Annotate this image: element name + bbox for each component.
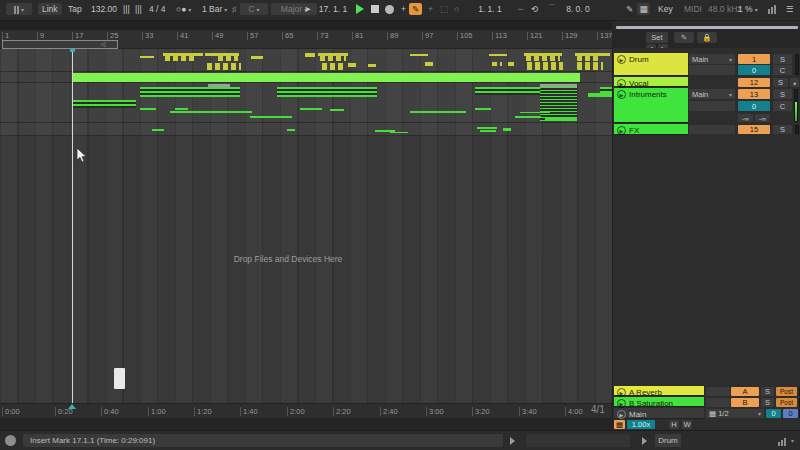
instruments-meter	[794, 89, 798, 122]
return-a-solo[interactable]: S	[761, 387, 774, 396]
main-track-header[interactable]: ▶Main	[614, 408, 704, 419]
quantize-menu[interactable]: 1 Bar▾	[198, 3, 231, 15]
instruments-sub-routing[interactable]	[689, 101, 735, 111]
track-header-instruments[interactable]: ▶Intruments	[614, 88, 688, 123]
return-b-solo[interactable]: S	[761, 398, 774, 407]
zoom-region-handle[interactable]: ◁	[2, 40, 118, 49]
nudge-up-button[interactable]: |||	[131, 3, 146, 15]
drum-track-number[interactable]: 1	[738, 54, 770, 64]
menu-button[interactable]: ☰	[782, 3, 798, 15]
main-pan[interactable]: 0	[766, 409, 781, 418]
drum-routing-menu[interactable]: Main▾	[689, 54, 735, 64]
optimize-width-button[interactable]: W	[682, 420, 692, 429]
instruments-send-a[interactable]: -∞	[738, 114, 753, 122]
expand-arrow-icon[interactable]	[510, 437, 515, 445]
playhead-triangle[interactable]	[68, 404, 76, 409]
track-header-drum[interactable]: ▶Drum	[614, 53, 688, 76]
time-ruler[interactable]: 0:000:200:401:001:201:402:002:202:403:00…	[0, 403, 612, 419]
arrangement-position-field[interactable]: 17. 1. 1	[314, 3, 352, 15]
chevron-down-icon[interactable]: ▾	[791, 437, 794, 444]
fx-track-number[interactable]: 15	[738, 125, 770, 134]
play-icon[interactable]: ▶	[617, 79, 626, 88]
unfold-icon[interactable]: ▶	[617, 90, 626, 99]
return-track-a[interactable]: ▶A Reverb	[614, 386, 704, 396]
return-a-number[interactable]: A	[731, 387, 759, 396]
return-track-b[interactable]: ▶B Saturation	[614, 397, 704, 407]
time-signature-field[interactable]: 4 / 4	[145, 3, 170, 15]
return-a-routing[interactable]	[706, 387, 730, 396]
drum-solo-button[interactable]: S	[773, 54, 792, 64]
cpu-meter[interactable]: 1 %▾	[734, 3, 762, 15]
play-icon[interactable]: ▶	[617, 126, 626, 135]
drum-pan[interactable]: C	[773, 65, 792, 75]
track-header-fx[interactable]: ▶FX	[614, 124, 688, 135]
vocal-solo-button[interactable]: S	[773, 78, 788, 87]
instruments-track-number[interactable]: 13	[738, 89, 770, 99]
zoom-amount[interactable]: 1.00x	[627, 420, 655, 429]
time-label: 3:00	[426, 407, 444, 416]
record-button[interactable]	[381, 3, 398, 15]
tap-tempo-button[interactable]: Tap	[64, 3, 86, 15]
play-icon[interactable]: ▶	[617, 410, 626, 419]
drum-volume[interactable]: 0	[738, 65, 770, 75]
return-a-post-toggle[interactable]: Post	[776, 387, 797, 396]
fx-solo-button[interactable]: S	[773, 125, 792, 134]
session-record-button[interactable]: ○	[450, 3, 463, 15]
bar-number: 9	[37, 32, 44, 40]
return-b-post-toggle[interactable]: Post	[776, 398, 797, 407]
dragged-clip-ghost[interactable]	[114, 368, 125, 389]
notification-icon[interactable]	[5, 435, 16, 446]
play-button[interactable]	[352, 3, 368, 15]
drum-sub-routing[interactable]	[689, 65, 735, 75]
draw-locator-button[interactable]: ✎	[674, 32, 694, 43]
tempo-field[interactable]: 132.00	[87, 3, 121, 15]
draw-mode-button[interactable]: ✎	[622, 3, 637, 15]
punch-in-button[interactable]: ∼	[513, 3, 528, 15]
midi-map-button[interactable]: MIDI	[680, 3, 706, 15]
optimize-height-button[interactable]: H	[669, 420, 679, 429]
track-header-vocal[interactable]: ▶Vocal	[614, 77, 688, 87]
vocal-track-number[interactable]: 12	[738, 78, 770, 87]
window-layout-button[interactable]: ▾	[6, 3, 32, 15]
follow-behavior-icon[interactable]: ▦	[614, 420, 625, 429]
instruments-routing-menu[interactable]: Main▾	[689, 89, 735, 99]
return-b-routing[interactable]	[706, 398, 730, 407]
set-locator-button[interactable]: Set	[646, 32, 668, 43]
automation-icon: ✎	[412, 4, 419, 14]
expand-arrow-icon[interactable]	[642, 437, 647, 445]
metronome-toggle[interactable]: ○●▾	[172, 3, 195, 15]
link-button[interactable]: Link	[38, 3, 62, 15]
vocal-arm-button[interactable]: ●	[790, 78, 799, 87]
instruments-volume[interactable]: 0	[738, 101, 770, 111]
unfold-icon[interactable]: ▶	[617, 55, 626, 64]
track-header-scrollbar[interactable]	[616, 26, 798, 29]
layout-icon	[14, 5, 19, 14]
scale-root-menu[interactable]: C▾	[240, 3, 268, 15]
selected-clip-name[interactable]: Drum	[655, 434, 681, 447]
follow-icon[interactable]: ➤	[300, 3, 315, 15]
stop-icon	[371, 5, 379, 13]
fold-button[interactable]: ▦	[637, 3, 650, 15]
instruments-solo-button[interactable]: S	[773, 89, 792, 99]
play-icon[interactable]: ▶	[617, 399, 626, 408]
bar-number: 25	[107, 32, 118, 40]
arrangement-area[interactable]: Drop Files and Devices Here	[0, 48, 612, 403]
ableton-live-window: ▾ Link Tap 132.00 ||| ||| 4 / 4 ○●▾ 1 Ba…	[0, 0, 800, 450]
main-grid-menu[interactable]: ▦ 1/2▾	[706, 409, 764, 418]
fx-routing[interactable]	[689, 125, 735, 134]
instruments-pan[interactable]: C	[773, 101, 792, 111]
loop-start-field[interactable]: 1. 1. 1	[470, 3, 510, 15]
key-map-button[interactable]: Key	[654, 3, 677, 15]
time-label: 2:40	[380, 407, 398, 416]
automation-arm-button[interactable]: ✎	[409, 3, 422, 15]
lock-button[interactable]: 🔒	[697, 32, 717, 43]
return-b-number[interactable]: B	[731, 398, 759, 407]
play-icon[interactable]: ▶	[617, 388, 626, 397]
instruments-send-b[interactable]: -∞	[755, 114, 770, 122]
loop-length-field[interactable]: 8. 0. 0	[558, 3, 598, 15]
bar-number: 41	[177, 32, 188, 40]
insert-marker-line	[72, 30, 73, 418]
loop-button[interactable]: ⟲	[527, 3, 542, 15]
main-volume[interactable]: 0	[783, 409, 798, 418]
mouse-cursor	[76, 148, 88, 164]
